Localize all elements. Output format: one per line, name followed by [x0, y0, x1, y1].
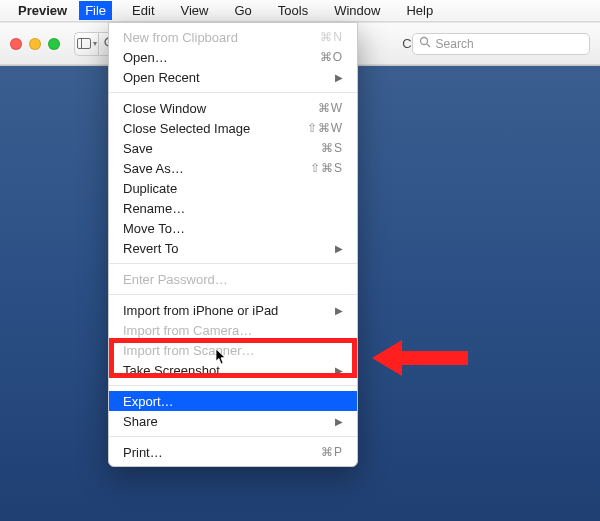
chevron-down-icon: ▾	[93, 39, 97, 48]
arrow-shaft	[402, 351, 468, 365]
menubar-file[interactable]: File	[79, 1, 112, 20]
menu-item-shortcut: ⌘P	[321, 445, 343, 459]
svg-line-8	[427, 44, 430, 47]
menu-item-close-selected-image[interactable]: Close Selected Image⇧⌘W	[109, 118, 357, 138]
menu-separator	[109, 385, 357, 386]
menu-item-label: Share	[123, 414, 158, 429]
menubar-window[interactable]: Window	[328, 1, 386, 20]
menu-item-import-from-iphone-or-ipad[interactable]: Import from iPhone or iPad▶	[109, 300, 357, 320]
submenu-arrow-icon: ▶	[335, 305, 343, 316]
menu-item-label: Save	[123, 141, 153, 156]
menu-item-print[interactable]: Print…⌘P	[109, 442, 357, 462]
search-placeholder: Search	[436, 37, 474, 51]
submenu-arrow-icon: ▶	[335, 72, 343, 83]
menubar-view[interactable]: View	[175, 1, 215, 20]
menubar-edit[interactable]: Edit	[126, 1, 160, 20]
menu-item-label: Enter Password…	[123, 272, 228, 287]
menu-item-label: Save As…	[123, 161, 184, 176]
arrow-head-icon	[372, 340, 402, 376]
menu-separator	[109, 294, 357, 295]
menu-separator	[109, 436, 357, 437]
svg-rect-0	[77, 39, 90, 49]
minimize-window-button[interactable]	[29, 38, 41, 50]
sidebar-view-button[interactable]: ▾	[74, 32, 98, 56]
menu-item-export[interactable]: Export…	[109, 391, 357, 411]
window-title-fragment: C	[402, 36, 411, 51]
menu-item-shortcut: ⇧⌘W	[307, 121, 343, 135]
menu-item-shortcut: ⌘W	[318, 101, 343, 115]
menubar: Preview File Edit View Go Tools Window H…	[0, 0, 600, 22]
menu-item-shortcut: ⌘S	[321, 141, 343, 155]
menu-item-label: Rename…	[123, 201, 185, 216]
menu-item-label: Open…	[123, 50, 168, 65]
mouse-cursor-icon	[216, 349, 228, 368]
menu-item-label: Import from Scanner…	[123, 343, 255, 358]
menu-item-label: Import from Camera…	[123, 323, 252, 338]
menu-item-save-as[interactable]: Save As…⇧⌘S	[109, 158, 357, 178]
menubar-tools[interactable]: Tools	[272, 1, 314, 20]
menu-item-label: Print…	[123, 445, 163, 460]
menu-item-import-from-scanner: Import from Scanner…	[109, 340, 357, 360]
menu-item-shortcut: ⌘O	[320, 50, 343, 64]
menu-item-enter-password: Enter Password…	[109, 269, 357, 289]
menu-item-label: Export…	[123, 394, 174, 409]
menu-item-import-from-camera: Import from Camera…	[109, 320, 357, 340]
menu-item-label: Close Selected Image	[123, 121, 250, 136]
menu-item-shortcut: ⌘N	[320, 30, 343, 44]
menu-item-label: Take Screenshot	[123, 363, 220, 378]
menu-item-close-window[interactable]: Close Window⌘W	[109, 98, 357, 118]
menu-item-label: Close Window	[123, 101, 206, 116]
menu-item-label: Move To…	[123, 221, 185, 236]
menubar-help[interactable]: Help	[400, 1, 439, 20]
traffic-lights	[10, 38, 60, 50]
app-name[interactable]: Preview	[18, 3, 67, 18]
menu-item-move-to[interactable]: Move To…	[109, 218, 357, 238]
zoom-window-button[interactable]	[48, 38, 60, 50]
menu-item-label: New from Clipboard	[123, 30, 238, 45]
submenu-arrow-icon: ▶	[335, 243, 343, 254]
menu-separator	[109, 263, 357, 264]
menu-item-label: Import from iPhone or iPad	[123, 303, 278, 318]
menubar-go[interactable]: Go	[228, 1, 257, 20]
menu-separator	[109, 92, 357, 93]
menu-item-open[interactable]: Open…⌘O	[109, 47, 357, 67]
annotation-arrow	[372, 340, 468, 376]
submenu-arrow-icon: ▶	[335, 416, 343, 427]
close-window-button[interactable]	[10, 38, 22, 50]
menu-item-open-recent[interactable]: Open Recent▶	[109, 67, 357, 87]
menu-item-revert-to[interactable]: Revert To▶	[109, 238, 357, 258]
menu-item-label: Revert To	[123, 241, 178, 256]
menu-item-new-from-clipboard: New from Clipboard⌘N	[109, 27, 357, 47]
menu-item-duplicate[interactable]: Duplicate	[109, 178, 357, 198]
menu-item-label: Open Recent	[123, 70, 200, 85]
search-icon	[419, 36, 431, 51]
search-field[interactable]: Search	[412, 33, 590, 55]
menu-item-label: Duplicate	[123, 181, 177, 196]
menu-item-shortcut: ⇧⌘S	[310, 161, 343, 175]
menu-item-save[interactable]: Save⌘S	[109, 138, 357, 158]
svg-point-7	[420, 38, 427, 45]
file-menu: New from Clipboard⌘NOpen…⌘OOpen Recent▶C…	[108, 22, 358, 467]
menu-item-take-screenshot[interactable]: Take Screenshot▶	[109, 360, 357, 380]
menu-item-rename[interactable]: Rename…	[109, 198, 357, 218]
menu-item-share[interactable]: Share▶	[109, 411, 357, 431]
submenu-arrow-icon: ▶	[335, 365, 343, 376]
